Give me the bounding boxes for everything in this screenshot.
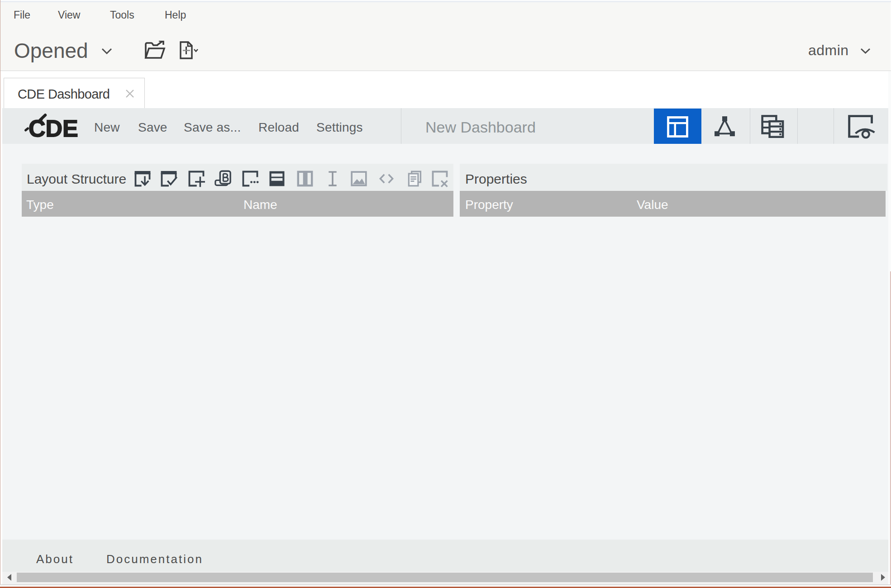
- svg-text:CDE: CDE: [29, 115, 78, 142]
